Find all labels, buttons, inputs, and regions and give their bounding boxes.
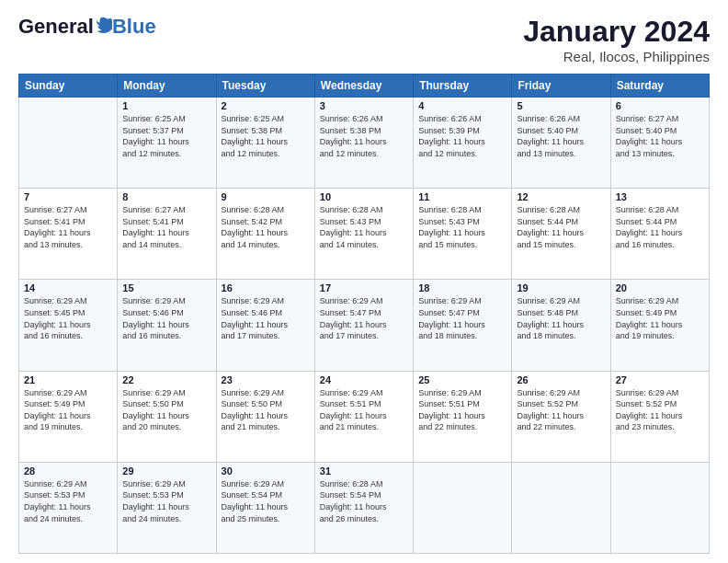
calendar-day-cell: 9Sunrise: 6:28 AM Sunset: 5:42 PM Daylig…: [216, 189, 314, 280]
day-number: 24: [320, 374, 408, 385]
day-number: 28: [24, 465, 112, 477]
day-info: Sunrise: 6:26 AM Sunset: 5:38 PM Dayligh…: [320, 113, 408, 159]
calendar-day-cell: 25Sunrise: 6:29 AM Sunset: 5:51 PM Dayli…: [414, 371, 512, 462]
day-number: 20: [616, 282, 704, 293]
calendar-week-row: 7Sunrise: 6:27 AM Sunset: 5:41 PM Daylig…: [19, 189, 710, 280]
logo-bird-icon: [96, 17, 112, 33]
day-info: Sunrise: 6:29 AM Sunset: 5:49 PM Dayligh…: [24, 387, 112, 433]
calendar-week-row: 28Sunrise: 6:29 AM Sunset: 5:53 PM Dayli…: [19, 462, 710, 553]
calendar-day-cell: 30Sunrise: 6:29 AM Sunset: 5:54 PM Dayli…: [216, 462, 314, 553]
day-number: 12: [517, 191, 605, 202]
calendar-day-header: Monday: [118, 75, 216, 98]
title-block: January 2024 Real, Ilocos, Philippines: [523, 15, 710, 64]
logo-general: General: [18, 15, 94, 39]
calendar-day-cell: [414, 462, 512, 553]
day-number: 8: [122, 191, 210, 202]
day-info: Sunrise: 6:25 AM Sunset: 5:38 PM Dayligh…: [222, 113, 310, 159]
day-number: 16: [222, 282, 310, 293]
calendar-day-cell: 16Sunrise: 6:29 AM Sunset: 5:46 PM Dayli…: [216, 280, 314, 371]
day-number: 10: [320, 191, 408, 202]
day-info: Sunrise: 6:28 AM Sunset: 5:54 PM Dayligh…: [320, 478, 408, 524]
day-info: Sunrise: 6:29 AM Sunset: 5:48 PM Dayligh…: [517, 295, 605, 341]
calendar-day-cell: 2Sunrise: 6:25 AM Sunset: 5:38 PM Daylig…: [216, 98, 314, 189]
calendar-day-cell: 21Sunrise: 6:29 AM Sunset: 5:49 PM Dayli…: [19, 371, 118, 462]
calendar-table: SundayMondayTuesdayWednesdayThursdayFrid…: [18, 74, 710, 554]
calendar-day-cell: [610, 462, 709, 553]
day-info: Sunrise: 6:29 AM Sunset: 5:51 PM Dayligh…: [320, 387, 408, 433]
day-number: 11: [418, 191, 506, 202]
day-number: 13: [616, 191, 704, 202]
calendar-day-header: Thursday: [414, 75, 512, 98]
day-info: Sunrise: 6:28 AM Sunset: 5:43 PM Dayligh…: [418, 204, 506, 250]
calendar-day-cell: 5Sunrise: 6:26 AM Sunset: 5:40 PM Daylig…: [512, 98, 610, 189]
day-info: Sunrise: 6:26 AM Sunset: 5:40 PM Dayligh…: [517, 113, 605, 159]
day-number: 1: [122, 100, 210, 111]
day-info: Sunrise: 6:29 AM Sunset: 5:46 PM Dayligh…: [222, 295, 310, 341]
calendar-day-cell: 8Sunrise: 6:27 AM Sunset: 5:41 PM Daylig…: [118, 189, 216, 280]
calendar-day-cell: [512, 462, 610, 553]
calendar-week-row: 1Sunrise: 6:25 AM Sunset: 5:37 PM Daylig…: [19, 98, 710, 189]
day-info: Sunrise: 6:29 AM Sunset: 5:45 PM Dayligh…: [24, 295, 112, 341]
calendar-header-row: SundayMondayTuesdayWednesdayThursdayFrid…: [19, 75, 710, 98]
day-info: Sunrise: 6:29 AM Sunset: 5:46 PM Dayligh…: [122, 295, 210, 341]
day-info: Sunrise: 6:27 AM Sunset: 5:41 PM Dayligh…: [24, 204, 112, 250]
day-number: 29: [122, 465, 210, 477]
calendar-day-cell: 17Sunrise: 6:29 AM Sunset: 5:47 PM Dayli…: [314, 280, 413, 371]
calendar-day-cell: 10Sunrise: 6:28 AM Sunset: 5:43 PM Dayli…: [314, 189, 413, 280]
calendar-day-cell: 6Sunrise: 6:27 AM Sunset: 5:40 PM Daylig…: [610, 98, 709, 189]
day-number: 14: [24, 282, 112, 293]
day-info: Sunrise: 6:28 AM Sunset: 5:44 PM Dayligh…: [517, 204, 605, 250]
day-info: Sunrise: 6:27 AM Sunset: 5:40 PM Dayligh…: [616, 113, 704, 159]
day-info: Sunrise: 6:29 AM Sunset: 5:51 PM Dayligh…: [418, 387, 506, 433]
day-info: Sunrise: 6:29 AM Sunset: 5:50 PM Dayligh…: [222, 387, 310, 433]
calendar-day-cell: 3Sunrise: 6:26 AM Sunset: 5:38 PM Daylig…: [314, 98, 413, 189]
day-number: 25: [418, 374, 506, 385]
day-number: 26: [517, 374, 605, 385]
day-info: Sunrise: 6:29 AM Sunset: 5:53 PM Dayligh…: [24, 478, 112, 524]
day-info: Sunrise: 6:29 AM Sunset: 5:53 PM Dayligh…: [122, 478, 210, 524]
day-info: Sunrise: 6:28 AM Sunset: 5:42 PM Dayligh…: [222, 204, 310, 250]
day-number: 31: [320, 465, 408, 477]
logo-text: General Blue: [18, 15, 156, 39]
day-number: 23: [222, 374, 310, 385]
calendar-day-header: Sunday: [19, 75, 118, 98]
day-number: 17: [320, 282, 408, 293]
calendar-day-cell: 4Sunrise: 6:26 AM Sunset: 5:39 PM Daylig…: [414, 98, 512, 189]
calendar-day-header: Friday: [512, 75, 610, 98]
day-info: Sunrise: 6:26 AM Sunset: 5:39 PM Dayligh…: [418, 113, 506, 159]
calendar-day-cell: 13Sunrise: 6:28 AM Sunset: 5:44 PM Dayli…: [610, 189, 709, 280]
calendar-day-header: Tuesday: [216, 75, 314, 98]
calendar-day-cell: [19, 98, 118, 189]
calendar-day-cell: 11Sunrise: 6:28 AM Sunset: 5:43 PM Dayli…: [414, 189, 512, 280]
day-info: Sunrise: 6:25 AM Sunset: 5:37 PM Dayligh…: [122, 113, 210, 159]
calendar-day-cell: 27Sunrise: 6:29 AM Sunset: 5:52 PM Dayli…: [610, 371, 709, 462]
calendar-day-cell: 18Sunrise: 6:29 AM Sunset: 5:47 PM Dayli…: [414, 280, 512, 371]
day-number: 18: [418, 282, 506, 293]
day-info: Sunrise: 6:28 AM Sunset: 5:43 PM Dayligh…: [320, 204, 408, 250]
calendar-day-cell: 24Sunrise: 6:29 AM Sunset: 5:51 PM Dayli…: [314, 371, 413, 462]
calendar-day-header: Wednesday: [314, 75, 413, 98]
day-info: Sunrise: 6:29 AM Sunset: 5:52 PM Dayligh…: [616, 387, 704, 433]
calendar-day-cell: 22Sunrise: 6:29 AM Sunset: 5:50 PM Dayli…: [118, 371, 216, 462]
page-title: January 2024: [523, 15, 710, 49]
calendar-day-cell: 29Sunrise: 6:29 AM Sunset: 5:53 PM Dayli…: [118, 462, 216, 553]
calendar-week-row: 14Sunrise: 6:29 AM Sunset: 5:45 PM Dayli…: [19, 280, 710, 371]
header: General Blue January 2024 Real, Ilocos, …: [18, 15, 710, 64]
day-number: 4: [418, 100, 506, 111]
day-number: 7: [24, 191, 112, 202]
day-number: 5: [517, 100, 605, 111]
day-info: Sunrise: 6:29 AM Sunset: 5:49 PM Dayligh…: [616, 295, 704, 341]
calendar-day-cell: 19Sunrise: 6:29 AM Sunset: 5:48 PM Dayli…: [512, 280, 610, 371]
day-info: Sunrise: 6:29 AM Sunset: 5:54 PM Dayligh…: [222, 478, 310, 524]
page-subtitle: Real, Ilocos, Philippines: [523, 49, 710, 64]
day-info: Sunrise: 6:29 AM Sunset: 5:50 PM Dayligh…: [122, 387, 210, 433]
calendar-day-cell: 12Sunrise: 6:28 AM Sunset: 5:44 PM Dayli…: [512, 189, 610, 280]
day-info: Sunrise: 6:29 AM Sunset: 5:52 PM Dayligh…: [517, 387, 605, 433]
logo-blue: Blue: [112, 15, 156, 39]
day-number: 3: [320, 100, 408, 111]
day-info: Sunrise: 6:27 AM Sunset: 5:41 PM Dayligh…: [122, 204, 210, 250]
calendar-day-cell: 15Sunrise: 6:29 AM Sunset: 5:46 PM Dayli…: [118, 280, 216, 371]
calendar-day-header: Saturday: [610, 75, 709, 98]
calendar-day-cell: 23Sunrise: 6:29 AM Sunset: 5:50 PM Dayli…: [216, 371, 314, 462]
day-info: Sunrise: 6:29 AM Sunset: 5:47 PM Dayligh…: [418, 295, 506, 341]
